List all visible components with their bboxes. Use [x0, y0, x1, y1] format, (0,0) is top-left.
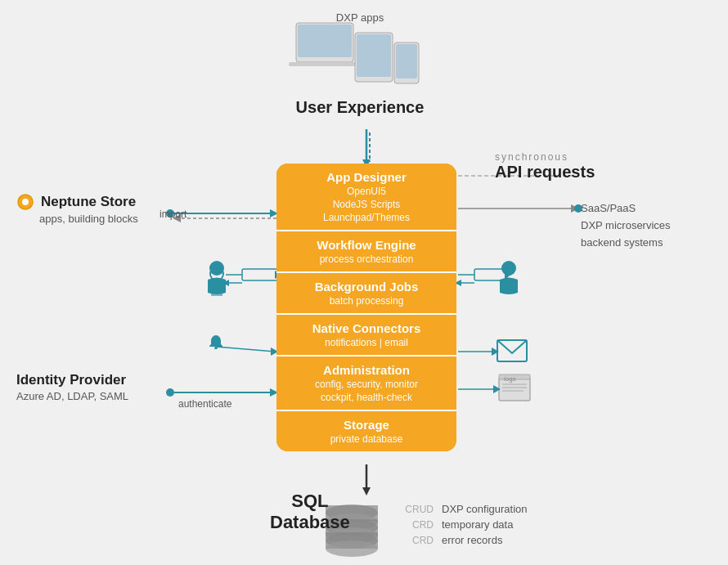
- svg-marker-36: [492, 348, 499, 356]
- app-designer-sub-2: Launchpad/Themes: [285, 212, 448, 223]
- workflow-engine-sub: process orchestration: [285, 253, 448, 265]
- svg-rect-3: [355, 33, 393, 82]
- sql-code-3: CRD: [401, 535, 434, 546]
- native-connectors-sub: notifications | email: [285, 337, 448, 348]
- svg-point-58: [326, 540, 378, 557]
- identity-provider-section: Identity Provider Azure AD, LDAP, SAML: [16, 372, 128, 402]
- app-designer-sub-1: NodeJS Scripts: [285, 199, 448, 210]
- central-block: App Designer OpenUI5 NodeJS Scripts Laun…: [276, 164, 456, 451]
- sql-row-1: CRUD DXP configuration: [401, 503, 528, 515]
- svg-line-32: [216, 347, 275, 352]
- neptune-store-section: Neptune Store apps, building blocks: [16, 193, 138, 225]
- saas-block: SaaS/PaaS DXP microservices backend syst…: [581, 200, 671, 251]
- saas-line-2: DXP microservices: [581, 217, 671, 235]
- dxp-apps-label: DXP apps: [336, 11, 384, 24]
- storage-sub: private database: [285, 433, 448, 445]
- administration-section: Administration config, security, monitor…: [276, 356, 456, 411]
- svg-marker-49: [362, 487, 371, 495]
- svg-point-25: [501, 261, 516, 276]
- saas-line-3: backend systems: [581, 235, 671, 252]
- svg-rect-2: [289, 62, 364, 66]
- svg-rect-1: [298, 25, 352, 57]
- svg-marker-28: [505, 271, 511, 279]
- authenticate-label: authenticate: [178, 398, 231, 410]
- svg-marker-24: [222, 280, 229, 286]
- saas-line-1: SaaS/PaaS: [581, 200, 671, 217]
- svg-rect-21: [242, 269, 278, 280]
- sql-database-section: SQL Database: [270, 491, 350, 533]
- sql-code-2: CRD: [401, 519, 434, 531]
- sql-row-3: CRD error records: [401, 534, 528, 546]
- app-designer-title: App Designer: [285, 170, 448, 184]
- svg-rect-6: [396, 44, 417, 78]
- administration-title: Administration: [285, 363, 448, 377]
- import-label: import: [160, 209, 186, 220]
- storage-section: Storage private database: [276, 411, 456, 451]
- user-experience-label: User Experience: [278, 98, 442, 117]
- svg-rect-34: [497, 340, 527, 361]
- identity-provider-sub: Azure AD, LDAP, SAML: [16, 390, 128, 402]
- administration-sub-1: cockpit, health-check: [285, 392, 448, 403]
- svg-marker-16: [571, 204, 579, 213]
- svg-rect-5: [394, 43, 419, 83]
- sql-row-2: CRD temporary data: [401, 518, 528, 531]
- native-connectors-section: Native Connectors notifications | email: [276, 315, 456, 356]
- svg-rect-4: [357, 34, 391, 77]
- api-label: API requests: [495, 163, 595, 182]
- workflow-engine-title: Workflow Engine: [285, 238, 448, 252]
- user-experience-section: User Experience: [278, 98, 442, 117]
- svg-rect-31: [214, 347, 218, 349]
- storage-title: Storage: [285, 418, 448, 432]
- background-jobs-title: Background Jobs: [285, 280, 448, 294]
- sql-desc-2: temporary data: [442, 518, 513, 531]
- background-jobs-section: Background Jobs batch processing: [276, 273, 456, 315]
- sql-data-section: CRUD DXP configuration CRD temporary dat…: [401, 503, 528, 549]
- native-connectors-title: Native Connectors: [285, 321, 448, 335]
- neptune-label-text: Neptune Store: [41, 194, 136, 210]
- neptune-icon: [16, 193, 34, 211]
- workflow-engine-section: Workflow Engine process orchestration: [276, 231, 456, 273]
- svg-rect-37: [499, 378, 530, 401]
- identity-provider-label: Identity Provider: [16, 372, 128, 388]
- architecture-diagram: logs DXP apps User Experience syn: [0, 0, 728, 565]
- svg-marker-44: [493, 385, 501, 393]
- api-requests-section: synchronous API requests: [495, 151, 595, 182]
- sql-label-2: Database: [270, 512, 350, 533]
- svg-rect-27: [474, 269, 507, 280]
- svg-text:logs: logs: [504, 375, 516, 383]
- svg-rect-0: [296, 23, 353, 62]
- app-designer-section: App Designer OpenUI5 NodeJS Scripts Laun…: [276, 164, 456, 231]
- neptune-store-label: Neptune Store: [16, 193, 138, 211]
- svg-rect-57: [326, 532, 378, 549]
- svg-point-45: [166, 388, 174, 397]
- svg-point-19: [209, 261, 224, 276]
- sql-desc-3: error records: [442, 534, 502, 546]
- svg-point-56: [326, 532, 378, 549]
- svg-rect-38: [499, 374, 530, 379]
- app-designer-sub-0: OpenUI5: [285, 186, 448, 197]
- api-sync-label: synchronous: [495, 151, 595, 163]
- sql-code-1: CRUD: [401, 504, 434, 515]
- administration-sub-0: config, security, monitor: [285, 379, 448, 390]
- sql-desc-1: DXP configuration: [442, 503, 528, 515]
- dxp-apps-section: DXP apps: [278, 10, 442, 25]
- sql-label-1: SQL: [270, 491, 350, 512]
- background-jobs-sub: batch processing: [285, 295, 448, 307]
- svg-point-61: [22, 199, 29, 205]
- svg-point-18: [210, 267, 223, 280]
- neptune-sub-text: apps, building blocks: [39, 213, 138, 225]
